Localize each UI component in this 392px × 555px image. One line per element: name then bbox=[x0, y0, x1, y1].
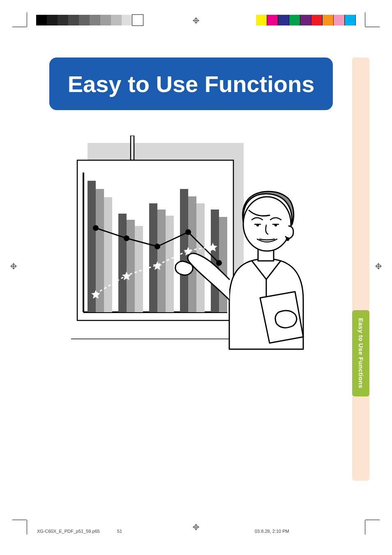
svg-point-44 bbox=[257, 224, 258, 226]
svg-rect-22 bbox=[127, 220, 135, 312]
svg-point-32 bbox=[93, 225, 99, 231]
footer-filename: XG-C60X_E_PDF_p51_59.p65 bbox=[37, 529, 100, 534]
svg-point-40 bbox=[243, 197, 291, 251]
svg-point-34 bbox=[154, 244, 160, 249]
footer-datetime: 03.8.28, 2:10 PM bbox=[255, 529, 289, 534]
svg-rect-26 bbox=[166, 216, 174, 312]
side-tab-label: Easy to Use Functions bbox=[357, 318, 364, 388]
section-title: Easy to Use Functions bbox=[68, 71, 315, 97]
svg-rect-25 bbox=[157, 210, 166, 312]
svg-rect-13 bbox=[131, 136, 134, 160]
grayscale-calibration-bar bbox=[36, 15, 143, 25]
svg-rect-23 bbox=[135, 226, 143, 312]
footer-page-number: 51 bbox=[117, 529, 122, 534]
svg-rect-24 bbox=[149, 203, 157, 312]
svg-point-36 bbox=[216, 260, 222, 266]
svg-rect-21 bbox=[118, 214, 127, 312]
svg-point-35 bbox=[185, 229, 191, 235]
svg-point-45 bbox=[275, 224, 277, 226]
side-tab-background bbox=[352, 58, 369, 481]
registration-mark-icon bbox=[375, 263, 382, 269]
registration-mark-icon bbox=[10, 263, 17, 269]
section-title-panel: Easy to Use Functions bbox=[49, 58, 333, 110]
side-tab-easy-to-use: Easy to Use Functions bbox=[352, 310, 369, 396]
svg-point-33 bbox=[124, 235, 129, 241]
color-calibration-bar bbox=[256, 15, 356, 25]
svg-point-41 bbox=[286, 238, 289, 240]
presentation-illustration bbox=[65, 136, 316, 353]
svg-rect-20 bbox=[104, 197, 112, 312]
svg-rect-18 bbox=[88, 181, 96, 312]
registration-mark-icon bbox=[193, 17, 199, 24]
registration-mark-icon bbox=[193, 524, 199, 530]
